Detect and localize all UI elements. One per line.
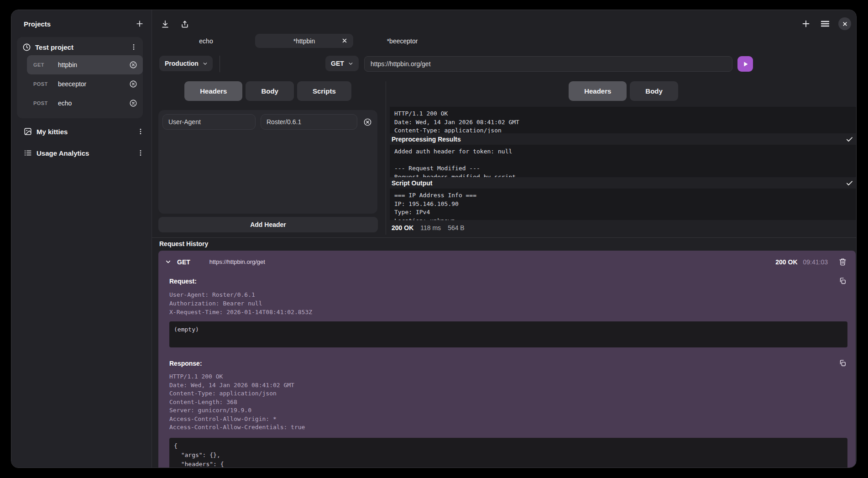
url-input[interactable] — [364, 56, 732, 72]
response-body-line: "args": {}, — [174, 451, 843, 460]
tab-request-headers[interactable]: Headers — [184, 81, 242, 101]
project-name: Test project — [35, 43, 129, 51]
request-header-line: X-Request-Time: 2026-01-14T08:41:02.853Z — [169, 308, 847, 316]
x-circle-icon — [363, 118, 372, 126]
image-icon — [24, 127, 32, 136]
x-circle-icon — [129, 80, 137, 88]
x-circle-icon — [129, 99, 137, 107]
delete-request-button[interactable] — [128, 79, 138, 89]
console-line: HTTP/1.1 200 OK — [394, 110, 852, 118]
copy-request-button[interactable] — [838, 276, 847, 286]
copy-icon — [839, 359, 847, 367]
sidebar-section-label: My kitties — [37, 128, 136, 136]
chevron-down-icon[interactable] — [165, 258, 172, 265]
response-time: 118 ms — [420, 224, 441, 231]
tab-request-body[interactable]: Body — [246, 81, 294, 101]
export-button[interactable] — [179, 19, 190, 30]
response-header-line: Server: gunicorn/19.9.0 — [169, 406, 847, 415]
close-icon — [341, 37, 348, 44]
delete-history-button[interactable] — [838, 257, 847, 267]
tab-label: echo — [199, 37, 213, 45]
window-close-button[interactable] — [838, 17, 851, 30]
request-body-box: (empty) — [169, 321, 847, 347]
import-button[interactable] — [160, 19, 171, 30]
plus-icon — [135, 19, 144, 28]
remove-header-button[interactable] — [362, 117, 373, 127]
environment-select[interactable]: Production — [159, 56, 213, 71]
header-key-input[interactable] — [162, 114, 256, 130]
request-editor-panel: Headers Body Scripts — [158, 81, 386, 235]
script-output: === IP Address Info === IP: 195.146.105.… — [390, 189, 857, 220]
add-header-button[interactable]: Add Header — [158, 217, 378, 232]
tab-request-scripts[interactable]: Scripts — [297, 81, 351, 101]
request-body-text: (empty) — [174, 326, 199, 333]
console-line: Type: IPv4 — [394, 208, 852, 217]
tab-response-headers[interactable]: Headers — [569, 81, 627, 101]
section-title: Script Output — [392, 179, 846, 187]
sidebar-item-my-kitties[interactable]: My kitties — [11, 125, 152, 138]
tab-bar: echo *httpbin *beeceptor — [157, 34, 451, 48]
response-body-line: { — [174, 441, 843, 451]
response-label: Response: — [169, 360, 838, 367]
plus-icon — [801, 19, 811, 29]
copy-icon — [839, 277, 847, 285]
clock-icon — [22, 43, 31, 52]
response-header-line: Access-Control-Allow-Credentials: true — [169, 423, 847, 432]
response-status-row: 200 OK 118 ms 564 B — [390, 224, 857, 231]
method-label: GET — [331, 60, 344, 67]
chevron-down-icon — [348, 61, 354, 67]
console-line: Request headers modified by script — [394, 173, 852, 178]
divider — [152, 237, 856, 238]
sidebar-item-echo[interactable]: POST echo — [27, 94, 143, 113]
history-entry-header[interactable]: GET https://httpbin.org/get 200 OK 09:41… — [158, 251, 856, 267]
response-panel: Headers Body HTTP/1.1 200 OK Date: Wed, … — [386, 81, 857, 235]
request-editor-tabs: Headers Body Scripts — [158, 81, 377, 101]
history-title: Request History — [158, 240, 855, 247]
request-method-badge: POST — [33, 100, 51, 106]
sidebar-section-label: Usage Analytics — [37, 149, 136, 157]
request-headers-block: User-Agent: Roster/0.6.1 Authorization: … — [158, 286, 856, 316]
sidebar-item-httpbin[interactable]: GET httpbin — [27, 55, 143, 74]
send-request-button[interactable] — [737, 56, 753, 72]
request-name: beeceptor — [58, 80, 128, 88]
header-value-input[interactable] — [261, 114, 357, 130]
delete-request-button[interactable] — [128, 98, 138, 108]
new-tab-button[interactable] — [800, 18, 812, 30]
project-menu-button[interactable] — [129, 42, 138, 52]
share-icon — [180, 20, 189, 29]
list-icon — [24, 149, 32, 157]
request-history-section: Request History GET https://httpbin.org/… — [158, 240, 855, 467]
tab-response-body[interactable]: Body — [630, 81, 678, 101]
app-window: Projects Test project — [11, 10, 857, 468]
tab-echo[interactable]: echo — [157, 34, 255, 48]
copy-response-button[interactable] — [838, 358, 847, 368]
sidebar: Projects Test project — [11, 10, 152, 467]
new-project-button[interactable] — [134, 18, 145, 29]
response-header-line: Date: Wed, 14 Jan 2026 08:41:02 GMT — [169, 381, 847, 390]
sidebar-item-beeceptor[interactable]: POST beeceptor — [27, 74, 143, 94]
app-menu-button[interactable] — [819, 17, 831, 30]
project-group-header[interactable]: Test project — [17, 42, 143, 55]
sidebar-item-usage-analytics[interactable]: Usage Analytics — [11, 147, 152, 159]
close-icon — [842, 21, 848, 27]
console-line: Location: unknown — [394, 217, 852, 221]
tab-beeceptor[interactable]: *beeceptor — [353, 34, 451, 48]
console-line: Added auth header for token: null — [394, 147, 852, 156]
tab-close-button[interactable] — [341, 37, 348, 44]
toolbar-left — [160, 19, 190, 30]
response-section-header: Response: — [158, 358, 856, 368]
tab-httpbin[interactable]: *httpbin — [255, 34, 353, 48]
request-method-badge: GET — [33, 62, 51, 68]
main-area: echo *httpbin *beeceptor Production — [152, 10, 856, 467]
response-header-line: Access-Control-Allow-Origin: * — [169, 415, 847, 424]
preprocessing-results-header: Preprocessing Results — [390, 135, 857, 144]
section-menu-button[interactable] — [136, 127, 145, 136]
method-select[interactable]: GET — [325, 56, 359, 71]
delete-request-button[interactable] — [128, 60, 138, 70]
section-menu-button[interactable] — [136, 148, 145, 158]
request-header-line: Authorization: Bearer null — [169, 299, 847, 308]
kebab-icon — [130, 43, 137, 51]
response-headers-block: HTTP/1.1 200 OK Date: Wed, 14 Jan 2026 0… — [158, 368, 856, 432]
console-line: Date: Wed, 14 Jan 2026 08:41:02 GMT — [394, 118, 852, 127]
history-status-badge: 200 OK — [775, 258, 797, 266]
